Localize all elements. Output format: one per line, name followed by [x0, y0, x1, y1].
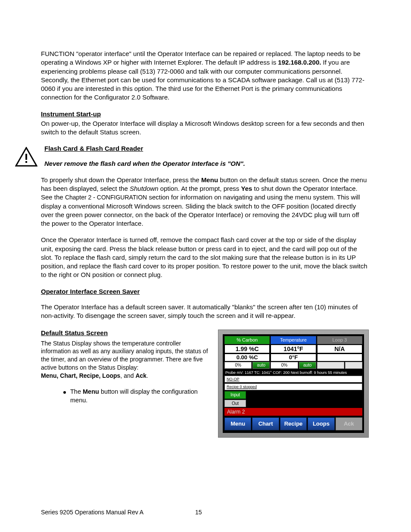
auto-button-1[interactable]: auto: [252, 362, 270, 369]
flash-p1-shutdown: Shutdown: [130, 185, 159, 192]
default-body-a: The Status Display shows the temperature…: [41, 340, 208, 371]
recipe-button[interactable]: Recipe: [280, 417, 307, 430]
flash-p1-config: CONFIGURATION: [97, 194, 147, 201]
device-frame: % Carbon Temperature Loop 3 1.99 %C 1041…: [218, 330, 369, 438]
setpoint-loop3: [317, 354, 362, 361]
alarm-row: Alarm 2: [224, 408, 362, 416]
default-body-ack: Ack: [135, 372, 146, 379]
svg-rect-1: [25, 154, 27, 160]
noop-row: NO-OP: [224, 376, 362, 383]
flash-p1-chapter: Chapter 2 -: [65, 194, 97, 201]
bullet-dot-icon: [63, 391, 66, 394]
tab-temperature[interactable]: Temperature: [271, 336, 316, 344]
flash-p2: Once the Operator Interface is turned of…: [41, 236, 369, 279]
flash-p1-c: option. At the prompt, press: [159, 185, 241, 192]
ack-button[interactable]: Ack: [336, 417, 362, 430]
setpoint-carbon: 0.00 %C: [224, 354, 270, 361]
tab-loop3: Loop 3: [317, 336, 362, 344]
recipe-status-row: Recipe 0 stopped: [224, 383, 362, 390]
loops-button[interactable]: Loops: [308, 417, 334, 430]
footer-title: Series 9205 Operations Manual Rev A: [41, 508, 143, 516]
default-body-c: .: [146, 372, 148, 379]
flash-p1-a: To properly shut down the Operator Inter…: [41, 176, 201, 184]
saver-body: The Operator Interface has a default scr…: [41, 303, 369, 320]
auto-button-3: [345, 362, 362, 369]
flash-warning: Never remove the flash card when the Ope…: [44, 159, 369, 168]
svg-rect-2: [25, 161, 27, 163]
startup-body: On power-up, the Operator Interface will…: [41, 119, 369, 137]
bullet-menu-word: Menu: [83, 388, 99, 395]
warning-triangle-icon: [15, 147, 37, 167]
probe-status-line: Probe mV: 1167 TC: 1041° COF: 200 Next b…: [224, 370, 362, 376]
auto-button-2[interactable]: auto: [299, 362, 316, 369]
setpoint-temperature: 0°F: [271, 354, 316, 361]
out-button[interactable]: Out: [224, 400, 246, 408]
flash-p1: To properly shut down the Operator Inter…: [41, 176, 369, 228]
output-pct-2: 0%: [271, 362, 298, 369]
input-button[interactable]: Input: [224, 391, 246, 399]
bullet-a: The: [70, 388, 83, 395]
chart-button[interactable]: Chart: [252, 417, 279, 430]
intro-ip: 192.168.0.200.: [278, 59, 321, 66]
tab-carbon[interactable]: % Carbon: [224, 336, 270, 344]
heading-startup: Instrument Start-up: [41, 110, 369, 118]
heading-flashcard: Flash Card & Flash Card Reader: [44, 144, 369, 153]
output-pct-3: [317, 362, 344, 369]
default-body-btns: Menu, Chart, Recipe, Loops: [41, 372, 120, 379]
flash-p1-yes: Yes: [241, 185, 252, 192]
value-loop3: N/A: [317, 345, 362, 353]
flash-card-section: Flash Card & Flash Card Reader Never rem…: [41, 144, 369, 176]
output-pct-1: 0%: [224, 362, 252, 369]
default-body-b: , and: [120, 372, 135, 379]
value-carbon: 1.99 %C: [224, 345, 270, 353]
intro-paragraph: FUNCTION "operator interface" until the …: [41, 50, 369, 102]
flash-p1-menu: Menu: [201, 176, 218, 184]
value-temperature: 1041°F: [271, 345, 316, 353]
footer-page-number: 15: [195, 508, 202, 516]
menu-button[interactable]: Menu: [224, 417, 251, 430]
status-screen-figure: % Carbon Temperature Loop 3 1.99 %C 1041…: [218, 330, 369, 438]
heading-saver: Operator Interface Screen Saver: [41, 287, 369, 296]
